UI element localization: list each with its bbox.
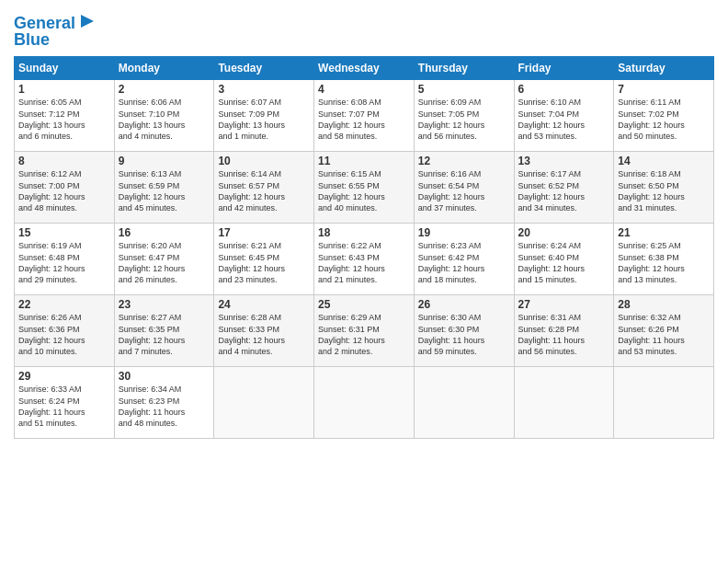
page-header: General Blue <box>14 9 714 49</box>
cell-info: Sunrise: 6:20 AMSunset: 6:47 PMDaylight:… <box>119 240 210 285</box>
calendar-cell: 15Sunrise: 6:19 AMSunset: 6:48 PMDayligh… <box>15 224 115 295</box>
day-number: 4 <box>318 83 410 96</box>
cell-info: Sunrise: 6:29 AMSunset: 6:31 PMDaylight:… <box>318 312 410 357</box>
calendar-cell: 28Sunrise: 6:32 AMSunset: 6:26 PMDayligh… <box>614 295 714 367</box>
calendar-cell: 8Sunrise: 6:12 AMSunset: 7:00 PMDaylight… <box>15 152 115 224</box>
calendar-cell: 6Sunrise: 6:10 AMSunset: 7:04 PMDaylight… <box>514 80 614 152</box>
cell-info: Sunrise: 6:22 AMSunset: 6:43 PMDaylight:… <box>318 240 410 285</box>
calendar-cell: 14Sunrise: 6:18 AMSunset: 6:50 PMDayligh… <box>614 152 714 224</box>
cell-info: Sunrise: 6:09 AMSunset: 7:05 PMDaylight:… <box>418 97 510 142</box>
calendar-cell: 1Sunrise: 6:05 AMSunset: 7:12 PMDaylight… <box>15 80 115 152</box>
weekday-header: Monday <box>114 57 214 80</box>
day-number: 5 <box>418 83 510 96</box>
calendar-cell: 12Sunrise: 6:16 AMSunset: 6:54 PMDayligh… <box>414 152 514 224</box>
day-number: 19 <box>418 226 510 239</box>
day-number: 11 <box>318 155 410 167</box>
cell-info: Sunrise: 6:06 AMSunset: 7:10 PMDaylight:… <box>119 97 210 142</box>
cell-info: Sunrise: 6:14 AMSunset: 6:57 PMDaylight:… <box>218 168 310 213</box>
calendar-cell: 18Sunrise: 6:22 AMSunset: 6:43 PMDayligh… <box>314 224 415 295</box>
logo: General Blue <box>14 14 97 49</box>
cell-info: Sunrise: 6:28 AMSunset: 6:33 PMDaylight:… <box>218 312 310 357</box>
day-number: 27 <box>518 298 610 311</box>
calendar-cell <box>214 367 314 439</box>
logo-arrow-icon <box>77 11 97 31</box>
calendar-cell: 5Sunrise: 6:09 AMSunset: 7:05 PMDaylight… <box>414 80 514 152</box>
day-number: 7 <box>618 83 710 96</box>
day-number: 22 <box>18 298 110 311</box>
cell-info: Sunrise: 6:33 AMSunset: 6:24 PMDaylight:… <box>18 384 110 429</box>
day-number: 6 <box>518 83 610 96</box>
cell-info: Sunrise: 6:24 AMSunset: 6:40 PMDaylight:… <box>518 240 610 285</box>
day-number: 21 <box>618 226 710 239</box>
cell-info: Sunrise: 6:26 AMSunset: 6:36 PMDaylight:… <box>18 312 110 357</box>
calendar-cell: 4Sunrise: 6:08 AMSunset: 7:07 PMDaylight… <box>314 80 415 152</box>
day-number: 12 <box>418 155 510 167</box>
day-number: 1 <box>18 83 110 96</box>
day-number: 23 <box>119 298 210 311</box>
day-number: 25 <box>318 298 410 311</box>
day-number: 2 <box>119 83 210 96</box>
calendar-cell: 22Sunrise: 6:26 AMSunset: 6:36 PMDayligh… <box>15 295 115 367</box>
cell-info: Sunrise: 6:16 AMSunset: 6:54 PMDaylight:… <box>418 168 510 213</box>
day-number: 17 <box>218 226 310 239</box>
calendar-cell: 16Sunrise: 6:20 AMSunset: 6:47 PMDayligh… <box>114 224 214 295</box>
calendar-cell: 11Sunrise: 6:15 AMSunset: 6:55 PMDayligh… <box>314 152 415 224</box>
day-number: 15 <box>18 226 110 239</box>
calendar-cell: 19Sunrise: 6:23 AMSunset: 6:42 PMDayligh… <box>414 224 514 295</box>
day-number: 26 <box>418 298 510 311</box>
calendar-table: SundayMondayTuesdayWednesdayThursdayFrid… <box>14 56 714 439</box>
cell-info: Sunrise: 6:34 AMSunset: 6:23 PMDaylight:… <box>119 384 210 429</box>
cell-info: Sunrise: 6:23 AMSunset: 6:42 PMDaylight:… <box>418 240 510 285</box>
calendar-cell: 7Sunrise: 6:11 AMSunset: 7:02 PMDaylight… <box>614 80 714 152</box>
calendar-cell <box>414 367 514 439</box>
day-number: 20 <box>518 226 610 239</box>
calendar-cell <box>614 367 714 439</box>
calendar-cell: 25Sunrise: 6:29 AMSunset: 6:31 PMDayligh… <box>314 295 415 367</box>
calendar-cell: 21Sunrise: 6:25 AMSunset: 6:38 PMDayligh… <box>614 224 714 295</box>
day-number: 30 <box>119 370 210 383</box>
cell-info: Sunrise: 6:13 AMSunset: 6:59 PMDaylight:… <box>119 168 210 213</box>
cell-info: Sunrise: 6:08 AMSunset: 7:07 PMDaylight:… <box>318 97 410 142</box>
svg-marker-0 <box>81 15 94 28</box>
cell-info: Sunrise: 6:19 AMSunset: 6:48 PMDaylight:… <box>18 240 110 285</box>
calendar-cell: 13Sunrise: 6:17 AMSunset: 6:52 PMDayligh… <box>514 152 614 224</box>
cell-info: Sunrise: 6:12 AMSunset: 7:00 PMDaylight:… <box>18 168 110 213</box>
day-number: 8 <box>18 155 110 167</box>
cell-info: Sunrise: 6:27 AMSunset: 6:35 PMDaylight:… <box>119 312 210 357</box>
calendar-cell: 24Sunrise: 6:28 AMSunset: 6:33 PMDayligh… <box>214 295 314 367</box>
weekday-header: Friday <box>514 57 614 80</box>
cell-info: Sunrise: 6:31 AMSunset: 6:28 PMDaylight:… <box>518 312 610 357</box>
cell-info: Sunrise: 6:05 AMSunset: 7:12 PMDaylight:… <box>18 97 110 142</box>
day-number: 13 <box>518 155 610 167</box>
cell-info: Sunrise: 6:17 AMSunset: 6:52 PMDaylight:… <box>518 168 610 213</box>
day-number: 29 <box>18 370 110 383</box>
day-number: 28 <box>618 298 710 311</box>
weekday-header: Tuesday <box>214 57 314 80</box>
cell-info: Sunrise: 6:07 AMSunset: 7:09 PMDaylight:… <box>218 97 310 142</box>
logo-blue-text: Blue <box>14 31 50 50</box>
calendar-cell: 9Sunrise: 6:13 AMSunset: 6:59 PMDaylight… <box>114 152 214 224</box>
calendar-cell: 10Sunrise: 6:14 AMSunset: 6:57 PMDayligh… <box>214 152 314 224</box>
calendar-cell: 27Sunrise: 6:31 AMSunset: 6:28 PMDayligh… <box>514 295 614 367</box>
weekday-header: Sunday <box>15 57 115 80</box>
day-number: 24 <box>218 298 310 311</box>
calendar-cell: 2Sunrise: 6:06 AMSunset: 7:10 PMDaylight… <box>114 80 214 152</box>
cell-info: Sunrise: 6:15 AMSunset: 6:55 PMDaylight:… <box>318 168 410 213</box>
calendar-cell: 29Sunrise: 6:33 AMSunset: 6:24 PMDayligh… <box>15 367 115 439</box>
calendar-cell: 3Sunrise: 6:07 AMSunset: 7:09 PMDaylight… <box>214 80 314 152</box>
calendar-cell <box>314 367 415 439</box>
calendar-cell: 30Sunrise: 6:34 AMSunset: 6:23 PMDayligh… <box>114 367 214 439</box>
weekday-header: Thursday <box>414 57 514 80</box>
weekday-header: Saturday <box>614 57 714 80</box>
cell-info: Sunrise: 6:21 AMSunset: 6:45 PMDaylight:… <box>218 240 310 285</box>
calendar-cell: 17Sunrise: 6:21 AMSunset: 6:45 PMDayligh… <box>214 224 314 295</box>
day-number: 18 <box>318 226 410 239</box>
cell-info: Sunrise: 6:30 AMSunset: 6:30 PMDaylight:… <box>418 312 510 357</box>
calendar-cell: 26Sunrise: 6:30 AMSunset: 6:30 PMDayligh… <box>414 295 514 367</box>
weekday-header: Wednesday <box>314 57 415 80</box>
day-number: 3 <box>218 83 310 96</box>
calendar-cell: 20Sunrise: 6:24 AMSunset: 6:40 PMDayligh… <box>514 224 614 295</box>
cell-info: Sunrise: 6:10 AMSunset: 7:04 PMDaylight:… <box>518 97 610 142</box>
cell-info: Sunrise: 6:32 AMSunset: 6:26 PMDaylight:… <box>618 312 710 357</box>
calendar-cell: 23Sunrise: 6:27 AMSunset: 6:35 PMDayligh… <box>114 295 214 367</box>
